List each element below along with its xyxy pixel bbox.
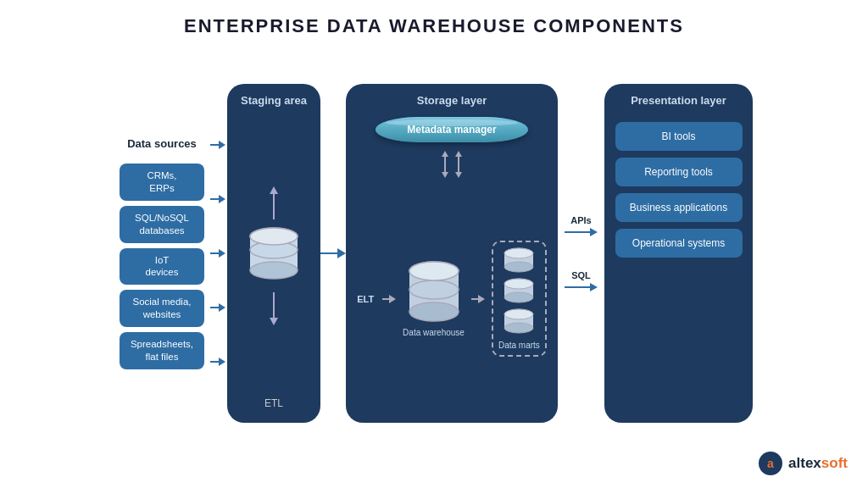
main-title: ENTERPRISE DATA WAREHOUSE COMPONENTS xyxy=(0,0,868,46)
staging-db-icon xyxy=(248,226,299,286)
staging-inner xyxy=(248,115,299,397)
svg-point-9 xyxy=(409,262,459,280)
svg-point-12 xyxy=(504,262,533,272)
api-label: APIs xyxy=(570,215,591,225)
data-sources-column: Data sources CRMs,ERPs SQL/NoSQLdatabase… xyxy=(115,137,209,369)
meta-arrows xyxy=(442,151,462,178)
datasources-item-crm: CRMs,ERPs xyxy=(120,164,204,201)
presentation-item-bi: BI tools xyxy=(615,122,743,151)
staging-arrow-up xyxy=(270,186,278,219)
logo-area: a altexsoft xyxy=(758,451,848,476)
svg-point-2 xyxy=(250,262,298,279)
presentation-layer-box: Presentation layer BI tools Reporting to… xyxy=(604,84,753,423)
staging-area-box: Staging area ETL xyxy=(227,84,320,423)
svg-point-13 xyxy=(504,248,533,258)
svg-point-16 xyxy=(504,292,533,302)
logo-text: altexsoft xyxy=(788,455,848,472)
api-arrow: APIs xyxy=(565,215,598,236)
altexsoft-logo-icon: a xyxy=(758,451,783,476)
svg-point-20 xyxy=(504,323,533,333)
data-warehouse: Data warehouse xyxy=(403,260,465,337)
presentation-item-reporting: Reporting tools xyxy=(615,158,743,186)
dw-row: ELT Data warehouse xyxy=(353,185,551,413)
svg-point-7 xyxy=(409,302,459,321)
dm-label: Data marts xyxy=(498,341,540,350)
storage-layer-box: Storage layer Metadata manager ELT xyxy=(346,84,558,423)
elt-to-dw-arrow xyxy=(382,295,396,303)
svg-point-4 xyxy=(250,228,298,245)
datasources-item-sql: SQL/NoSQLdatabases xyxy=(120,206,204,243)
datasources-item-social: Social media,websites xyxy=(120,290,204,327)
presentation-item-operational: Operational systems xyxy=(615,229,743,258)
svg-point-17 xyxy=(504,279,533,289)
sql-label: SQL xyxy=(571,270,591,280)
dw-label: Data warehouse xyxy=(403,328,465,337)
sql-arrow: SQL xyxy=(565,270,598,291)
data-marts: Data marts xyxy=(492,241,547,357)
metadata-manager: Metadata manager xyxy=(376,117,528,142)
datasources-item-iot: IoTdevices xyxy=(120,248,204,286)
svg-point-21 xyxy=(504,309,533,319)
presentation-label: Presentation layer xyxy=(631,94,726,108)
staging-label: Staging area xyxy=(241,94,307,108)
ds-to-staging-arrows xyxy=(209,118,227,389)
staging-arrow-down xyxy=(270,292,278,325)
svg-text:a: a xyxy=(767,457,774,470)
staging-to-storage-arrow xyxy=(320,248,346,258)
storage-label: Storage layer xyxy=(417,94,487,107)
dw-to-dm-arrow xyxy=(471,295,485,303)
storage-to-presentation-arrows: APIs SQL xyxy=(558,118,604,389)
datasources-item-spreadsheets: Spreadsheets,flat files xyxy=(120,332,204,369)
etl-label: ETL xyxy=(264,397,283,413)
presentation-item-business: Business applications xyxy=(615,193,743,222)
elt-label: ELT xyxy=(357,294,374,304)
datasources-label: Data sources xyxy=(127,137,197,152)
